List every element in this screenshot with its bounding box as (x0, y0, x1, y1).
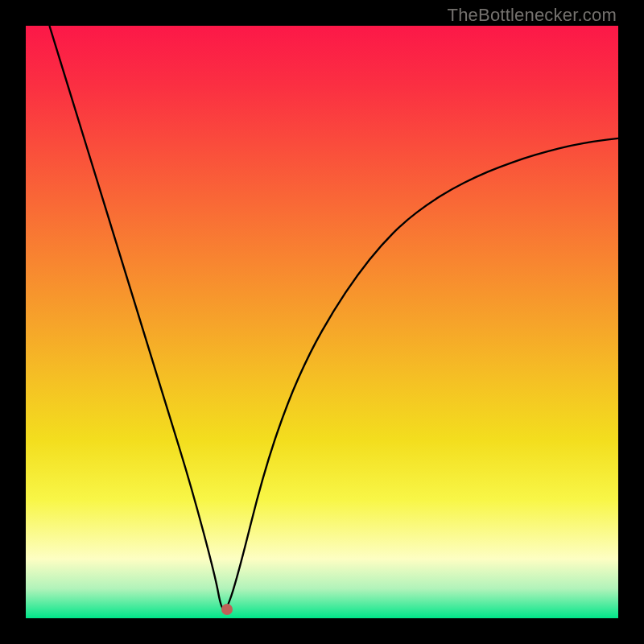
bottleneck-curve (49, 26, 618, 609)
plot-area (26, 26, 618, 618)
optimum-marker (221, 604, 233, 615)
curve-svg (26, 26, 618, 618)
chart-frame: TheBottlenecker.com (0, 0, 644, 644)
watermark-text: TheBottlenecker.com (448, 5, 617, 26)
